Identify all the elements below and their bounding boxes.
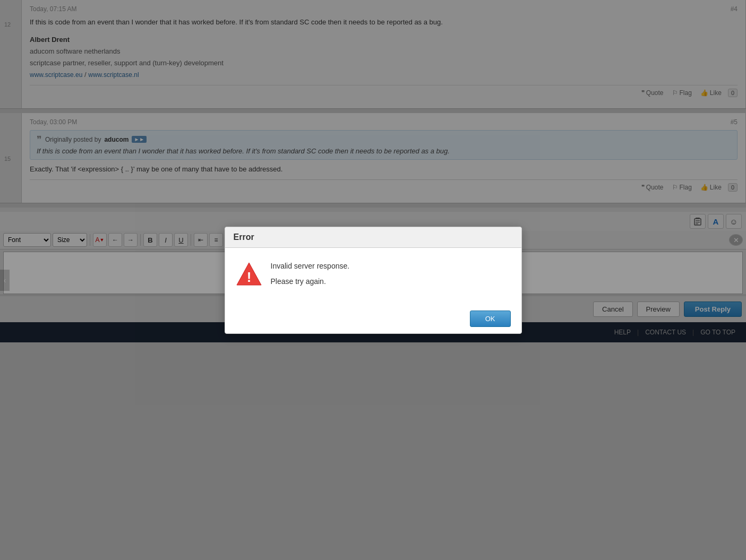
modal-footer: OK [225, 304, 521, 333]
error-line2: Please try again. [271, 276, 511, 287]
modal-body: ! Invalid server response. Please try ag… [225, 248, 521, 304]
modal-message: Invalid server response. Please try agai… [271, 261, 511, 291]
ok-button[interactable]: OK [470, 311, 511, 327]
error-line1: Invalid server response. [271, 261, 511, 272]
error-triangle-icon: ! [236, 261, 262, 287]
modal-header: Error [225, 227, 521, 248]
modal-title: Error [234, 232, 254, 242]
svg-text:!: ! [246, 269, 251, 285]
error-dialog: Error ! Invalid server response. Please … [225, 227, 522, 334]
modal-overlay: Error ! Invalid server response. Please … [0, 0, 746, 560]
